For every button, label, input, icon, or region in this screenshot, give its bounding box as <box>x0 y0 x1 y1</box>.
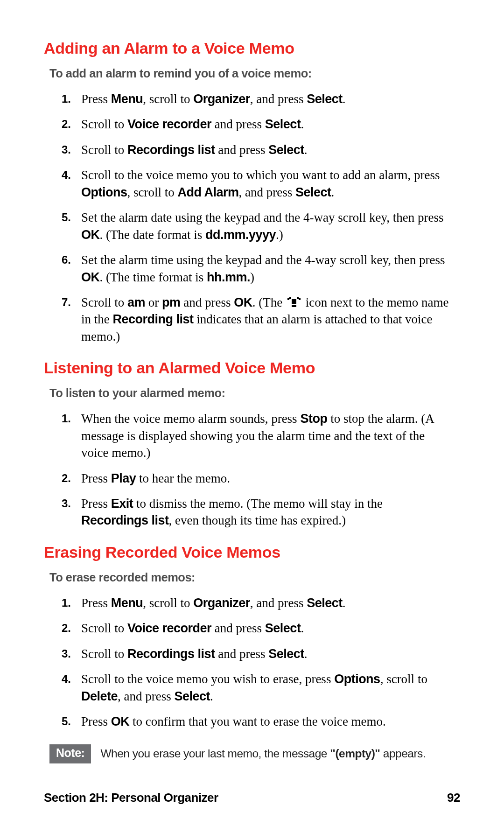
svg-rect-3 <box>289 297 291 299</box>
step-item: Press Exit to dismiss the memo. (The mem… <box>81 495 449 529</box>
step-item: When the voice memo alarm sounds, press … <box>81 410 449 461</box>
ui-term: Organizer <box>193 92 250 106</box>
step-item: Press Menu, scroll to Organizer, and pre… <box>81 595 449 611</box>
ui-term: dd.mm.yyyy <box>205 228 276 242</box>
ui-term: OK <box>81 228 100 242</box>
footer-section-title: Section 2H: Personal Organizer <box>44 791 218 805</box>
step-item: Scroll to the voice memo you wish to era… <box>81 671 449 705</box>
manual-page: Adding an Alarm to a Voice MemoTo add an… <box>0 0 504 840</box>
ui-term: Select <box>295 185 331 199</box>
section-intro: To erase recorded memos: <box>49 571 460 584</box>
note-label: Note: <box>49 744 91 763</box>
ui-term: Select <box>307 92 343 106</box>
section-heading: Erasing Recorded Voice Memos <box>44 543 460 561</box>
svg-rect-4 <box>299 298 301 300</box>
svg-rect-2 <box>287 298 289 300</box>
svg-rect-5 <box>297 297 299 299</box>
step-item: Scroll to Voice recorder and press Selec… <box>81 620 449 637</box>
ui-term: Play <box>111 471 136 485</box>
ui-term: Select <box>268 647 304 661</box>
page-number: 92 <box>447 791 460 805</box>
ui-term: Select <box>175 689 210 703</box>
step-item: Set the alarm date using the keypad and … <box>81 209 449 243</box>
ui-term: OK <box>111 714 130 728</box>
section-heading: Adding an Alarm to a Voice Memo <box>44 39 460 57</box>
step-item: Scroll to Recordings list and press Sele… <box>81 141 449 158</box>
svg-rect-0 <box>292 299 296 304</box>
step-item: Scroll to am or pm and press OK. (The ic… <box>81 294 449 345</box>
ui-term: Voice recorder <box>127 117 211 131</box>
ui-term: Delete <box>81 689 118 703</box>
page-footer: Section 2H: Personal Organizer 92 <box>44 791 460 805</box>
section-intro: To add an alarm to remind you of a voice… <box>49 67 460 80</box>
doc-section: Listening to an Alarmed Voice MemoTo lis… <box>44 359 460 529</box>
ui-term: Menu <box>111 92 143 106</box>
ui-term: OK <box>81 270 100 284</box>
ui-term: Voice recorder <box>127 621 211 635</box>
note-callout: Note: When you erase your last memo, the… <box>49 744 455 763</box>
ui-term: Select <box>268 143 304 157</box>
ui-term: hh.mm. <box>207 270 250 284</box>
ui-term: am <box>127 295 145 309</box>
ui-term: Recordings list <box>81 513 169 527</box>
ui-term: Options <box>334 672 380 686</box>
note-body: When you erase your last memo, the messa… <box>91 744 426 763</box>
svg-rect-1 <box>292 305 296 307</box>
steps-list: Press Menu, scroll to Organizer, and pre… <box>44 91 460 345</box>
doc-section: Erasing Recorded Voice MemosTo erase rec… <box>44 543 460 730</box>
steps-list: When the voice memo alarm sounds, press … <box>44 410 460 529</box>
sections-host: Adding an Alarm to a Voice MemoTo add an… <box>44 39 460 730</box>
ui-term: Select <box>265 117 301 131</box>
section-intro: To listen to your alarmed memo: <box>49 386 460 400</box>
ui-term: Recording list <box>113 312 194 326</box>
step-item: Set the alarm time using the keypad and … <box>81 252 449 286</box>
alarm-icon <box>287 297 301 308</box>
ui-term: Organizer <box>193 596 250 610</box>
ui-term: Stop <box>300 412 327 426</box>
ui-term: Menu <box>111 596 143 610</box>
ui-term: Select <box>265 621 301 635</box>
ui-term: Select <box>307 596 343 610</box>
ui-term: Options <box>81 185 127 199</box>
ui-term: Exit <box>111 497 133 511</box>
step-item: Press Play to hear the memo. <box>81 470 449 487</box>
ui-term: Add Alarm <box>178 185 239 199</box>
ui-term: Recordings list <box>127 647 215 661</box>
ui-term: "(empty)" <box>330 747 380 760</box>
step-item: Press Menu, scroll to Organizer, and pre… <box>81 91 449 107</box>
step-item: Scroll to the voice memo you to which yo… <box>81 167 449 201</box>
ui-term: pm <box>162 295 181 309</box>
steps-list: Press Menu, scroll to Organizer, and pre… <box>44 595 460 730</box>
ui-term: OK <box>234 295 252 309</box>
section-heading: Listening to an Alarmed Voice Memo <box>44 359 460 377</box>
ui-term: Recordings list <box>127 143 215 157</box>
doc-section: Adding an Alarm to a Voice MemoTo add an… <box>44 39 460 345</box>
step-item: Scroll to Recordings list and press Sele… <box>81 645 449 662</box>
step-item: Press OK to confirm that you want to era… <box>81 713 449 730</box>
step-item: Scroll to Voice recorder and press Selec… <box>81 116 449 133</box>
